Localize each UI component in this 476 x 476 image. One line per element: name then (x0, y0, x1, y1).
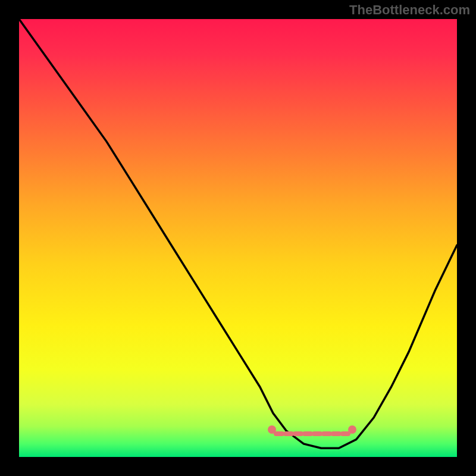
bottleneck-curve (19, 19, 457, 448)
plot-area (19, 19, 457, 457)
highlight-band (268, 425, 356, 434)
watermark-text: TheBottleneck.com (349, 2, 470, 18)
curve-svg (19, 19, 457, 457)
